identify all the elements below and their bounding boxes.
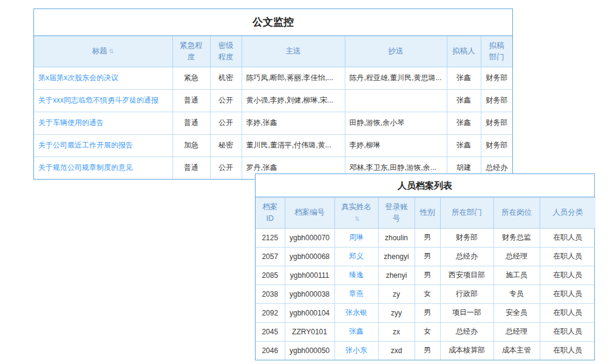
personnel-title: 人员档案列表 xyxy=(256,174,594,197)
table-row: 第x届第x次股东会的决议 紧急 机密 陈巧凤,断郎,蒋丽,李佳怡,... 陈丹,… xyxy=(34,67,512,89)
gender-cell: 女 xyxy=(415,285,440,303)
table-row: 2038 ygbh000038 章燕 zy 女 行政部 专员 在职人员 xyxy=(256,285,595,303)
personnel-col-gender: 性别 xyxy=(415,198,440,229)
position-cell: 安全员 xyxy=(493,303,540,322)
doc-col-title-label: 标题 xyxy=(92,47,107,55)
doc-title-link[interactable]: 关于公司最近工作开展的报告 xyxy=(34,134,172,157)
secrecy-cell: 公开 xyxy=(210,112,242,134)
personnel-header-row: 档案ID 档案编号 真实姓名⇅ 登录账号 性别 所在部门 所在岗位 人员分类 xyxy=(256,198,595,229)
main-to-cell: 黄小强,李婷,刘健,柳琳,宋... xyxy=(242,89,345,112)
table-row: 关于车辆使用的通告 普通 公开 李婷,张鑫 田静,游恢,余小琴 张鑫 财务部 xyxy=(34,112,512,134)
dept-cell: 行政部 xyxy=(440,285,493,303)
name-link[interactable]: 郑义 xyxy=(334,247,378,266)
dept-cell: 西安项目部 xyxy=(440,266,493,285)
id-cell: 2085 xyxy=(256,266,285,285)
file-no-cell: ygbh000070 xyxy=(285,228,334,247)
gender-cell: 男 xyxy=(415,266,440,285)
dept-cell: 财务部 xyxy=(481,134,512,157)
category-cell: 在职人员 xyxy=(540,247,595,266)
position-cell: 总经理 xyxy=(493,247,540,266)
doc-title-link[interactable]: 第x届第x次股东会的决议 xyxy=(34,67,172,89)
doc-monitor-panel: 公文监控 标题⇅ 紧急程度 密级程度 主送 抄送 拟稿人 拟稿部门 第x届第x次… xyxy=(33,8,513,180)
account-cell: zxd xyxy=(378,341,415,360)
doc-monitor-title: 公文监控 xyxy=(34,9,512,36)
name-link[interactable]: 臻逸 xyxy=(334,266,378,285)
personnel-col-account: 登录账号 xyxy=(378,198,415,229)
doc-col-drafter: 拟稿人 xyxy=(447,36,481,67)
personnel-table: 档案ID 档案编号 真实姓名⇅ 登录账号 性别 所在部门 所在岗位 人员分类 2… xyxy=(256,197,595,360)
name-link[interactable]: 周琳 xyxy=(334,228,378,247)
doc-monitor-table: 标题⇅ 紧急程度 密级程度 主送 抄送 拟稿人 拟稿部门 第x届第x次股东会的决… xyxy=(34,36,512,179)
dept-cell: 财务部 xyxy=(481,67,512,89)
file-no-cell: ygbh000068 xyxy=(285,247,334,266)
category-cell: 在职人员 xyxy=(540,303,595,322)
name-link[interactable]: 张小东 xyxy=(334,341,378,360)
category-cell: 在职人员 xyxy=(540,285,595,303)
id-cell: 2045 xyxy=(256,322,285,341)
personnel-col-id: 档案ID xyxy=(256,198,285,229)
urgency-cell: 加急 xyxy=(172,134,210,157)
drafter-cell: 张鑫 xyxy=(447,89,481,112)
position-cell: 总经理 xyxy=(493,322,540,341)
name-link[interactable]: 张鑫 xyxy=(334,322,378,341)
table-row: 2046 ygbh000050 张小东 zxd 男 成本核算部 成本主管 在职人… xyxy=(256,341,595,360)
table-row: 2057 ygbh000068 郑义 zhengyi 男 总经办 总经理 在职人… xyxy=(256,247,595,266)
id-cell: 2057 xyxy=(256,247,285,266)
file-no-cell: ygbh000111 xyxy=(285,266,334,285)
account-cell: zhenyi xyxy=(378,266,415,285)
name-link[interactable]: 章燕 xyxy=(334,285,378,303)
category-cell: 在职人员 xyxy=(540,322,595,341)
dept-cell: 项目一部 xyxy=(440,303,493,322)
category-cell: 在职人员 xyxy=(540,228,595,247)
table-row: 2125 ygbh000070 周琳 zhoulin 男 财务部 财务总监 在职… xyxy=(256,228,595,247)
name-link[interactable]: 张永银 xyxy=(334,303,378,322)
drafter-cell: 张鑫 xyxy=(447,112,481,134)
gender-cell: 男 xyxy=(415,341,440,360)
category-cell: 在职人员 xyxy=(540,341,595,360)
position-cell: 财务总监 xyxy=(493,228,540,247)
personnel-col-name-label: 真实姓名 xyxy=(341,203,371,211)
sort-icon[interactable]: ⇅ xyxy=(109,47,114,56)
doc-header-row: 标题⇅ 紧急程度 密级程度 主送 抄送 拟稿人 拟稿部门 xyxy=(34,36,512,67)
dept-cell: 成本核算部 xyxy=(440,341,493,360)
file-no-cell: ygbh000050 xyxy=(285,341,334,360)
main-to-cell: 董川民,董清平,付伟璐,黄... xyxy=(242,134,345,157)
file-no-cell: ygbh000038 xyxy=(285,285,334,303)
file-no-cell: ZZRY0101 xyxy=(285,322,334,341)
urgency-cell: 普通 xyxy=(172,157,210,179)
gender-cell: 男 xyxy=(415,303,440,322)
doc-title-link[interactable]: 关于规范公司规章制度的意见 xyxy=(34,157,172,179)
sort-icon[interactable]: ⇅ xyxy=(354,214,359,223)
id-cell: 2038 xyxy=(256,285,285,303)
main-to-cell: 陈巧凤,断郎,蒋丽,李佳怡,... xyxy=(242,67,345,89)
doc-col-secrecy: 密级程度 xyxy=(210,36,242,67)
cc-cell: 陈丹,程亚雄,董川民,黄思璐... xyxy=(345,67,447,89)
file-no-cell: ygbh000104 xyxy=(285,303,334,322)
doc-col-main-to: 主送 xyxy=(242,36,345,67)
category-cell: 在职人员 xyxy=(540,266,595,285)
doc-title-link[interactable]: 关于车辆使用的通告 xyxy=(34,112,172,134)
table-row: 关于公司最近工作开展的报告 加急 秘密 董川民,董清平,付伟璐,黄... 李婷,… xyxy=(34,134,512,157)
gender-cell: 男 xyxy=(415,247,440,266)
account-cell: zx xyxy=(378,322,415,341)
drafter-cell: 张鑫 xyxy=(447,67,481,89)
position-cell: 专员 xyxy=(493,285,540,303)
dept-cell: 总经办 xyxy=(440,322,493,341)
dept-cell: 总经办 xyxy=(440,247,493,266)
account-cell: zy xyxy=(378,285,415,303)
dept-cell: 财务部 xyxy=(481,89,512,112)
table-row: 2045 ZZRY0101 张鑫 zx 女 总经办 总经理 在职人员 xyxy=(256,322,595,341)
drafter-cell: 张鑫 xyxy=(447,134,481,157)
account-cell: zhoulin xyxy=(378,228,415,247)
secrecy-cell: 公开 xyxy=(210,157,242,179)
position-cell: 施工员 xyxy=(493,266,540,285)
dept-cell: 财务部 xyxy=(481,112,512,134)
doc-title-link[interactable]: 关于xxx同志临危不惧勇斗歹徒的通报 xyxy=(34,89,172,112)
personnel-col-position: 所在岗位 xyxy=(493,198,540,229)
table-row: 关于xxx同志临危不惧勇斗歹徒的通报 普通 公开 黄小强,李婷,刘健,柳琳,宋.… xyxy=(34,89,512,112)
doc-col-title[interactable]: 标题⇅ xyxy=(34,36,172,67)
account-cell: zhengyi xyxy=(378,247,415,266)
urgency-cell: 普通 xyxy=(172,112,210,134)
account-cell: zyy xyxy=(378,303,415,322)
personnel-col-name[interactable]: 真实姓名⇅ xyxy=(334,198,378,229)
